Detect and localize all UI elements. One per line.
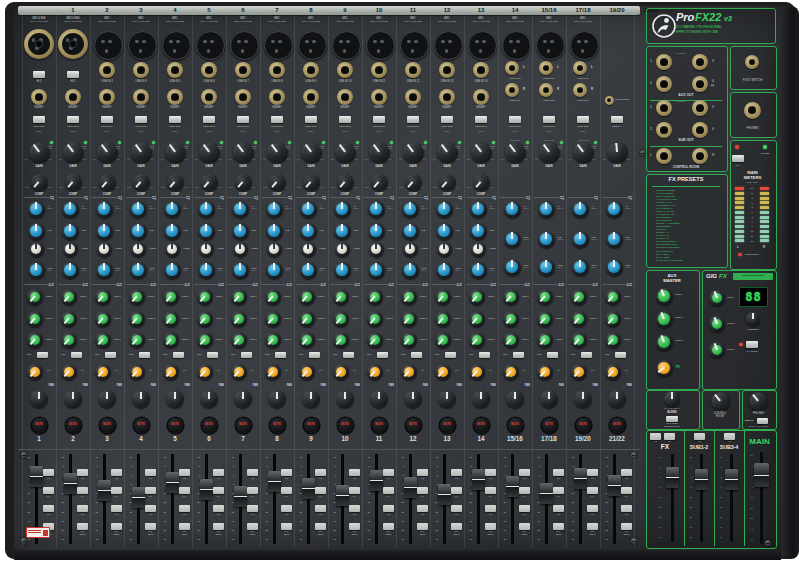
assign-button-L-R[interactable] (213, 505, 224, 512)
eq-mid-knob[interactable] (606, 231, 623, 248)
fader-track[interactable] (69, 454, 72, 544)
pan-knob[interactable] (302, 390, 320, 408)
pan-knob[interactable] (574, 390, 592, 408)
phones-knob[interactable] (749, 392, 768, 411)
assign-button-L-R[interactable] (519, 505, 530, 512)
assign-button-L-R[interactable] (315, 505, 326, 512)
eq-mid-knob[interactable] (368, 223, 385, 240)
pfl-solo-button[interactable] (383, 523, 394, 530)
mon1-knob[interactable] (503, 289, 519, 305)
pre-switch[interactable] (173, 352, 184, 358)
eq-low-knob[interactable] (300, 262, 317, 279)
pan-knob[interactable] (98, 390, 116, 408)
pre-switch[interactable] (207, 352, 218, 358)
assign-button-1-2[interactable] (179, 469, 190, 476)
eq-freq-knob[interactable] (335, 242, 350, 257)
eq-low-knob[interactable] (504, 259, 521, 276)
eq-mid-knob[interactable] (470, 223, 487, 240)
assign-button-L-R[interactable] (485, 505, 496, 512)
mon1-knob[interactable] (197, 289, 213, 305)
aux-master-mon2-knob[interactable] (656, 311, 673, 328)
eq-freq-knob[interactable] (301, 242, 316, 257)
pfl-solo-button[interactable] (417, 523, 428, 530)
mon1-knob[interactable] (61, 289, 77, 305)
mon1-knob[interactable] (435, 289, 451, 305)
pan-knob[interactable] (438, 390, 456, 408)
mute-button[interactable]: MUTE (270, 418, 285, 433)
mon2-knob[interactable] (27, 311, 43, 327)
mon1-knob[interactable] (401, 289, 417, 305)
low-cut-switch[interactable] (203, 116, 215, 123)
eq-freq-knob[interactable] (29, 242, 44, 257)
assign-button-L-R[interactable] (179, 505, 190, 512)
fx-send-knob[interactable] (435, 364, 451, 380)
assign-button-1-2[interactable] (519, 469, 530, 476)
eq-low-knob[interactable] (538, 259, 555, 276)
eq-low-knob[interactable] (606, 259, 623, 276)
low-cut-switch[interactable] (135, 116, 147, 123)
assign-button-L-R[interactable] (621, 505, 632, 512)
pre-switch[interactable] (581, 352, 592, 358)
pfl-solo-button[interactable] (621, 523, 632, 530)
assign-button-L-R[interactable] (145, 505, 156, 512)
fader-track[interactable] (477, 454, 480, 544)
eq-freq-knob[interactable] (97, 242, 112, 257)
pan-knob[interactable] (608, 390, 626, 408)
mon3-knob[interactable] (367, 332, 383, 348)
pre-switch[interactable] (615, 352, 626, 358)
pre-switch[interactable] (479, 352, 490, 358)
assign-button-1-2[interactable] (281, 469, 292, 476)
assign-button-1-2[interactable] (621, 469, 632, 476)
pfl-solo-button[interactable] (145, 523, 156, 530)
fx-send-knob[interactable] (605, 364, 621, 380)
pfl-solo-button[interactable] (77, 523, 88, 530)
eq-freq-knob[interactable] (199, 242, 214, 257)
mon1-knob[interactable] (265, 289, 281, 305)
eq-low-knob[interactable] (470, 262, 487, 279)
mute-button[interactable]: MUTE (236, 418, 251, 433)
eq-hi-knob[interactable] (572, 201, 589, 218)
assign-button-3-4[interactable] (315, 487, 326, 494)
comp-knob[interactable] (269, 174, 286, 191)
pan-knob[interactable] (336, 390, 354, 408)
eq-hi-knob[interactable] (470, 201, 487, 218)
mon3-knob[interactable] (163, 332, 179, 348)
eq-mid-knob[interactable] (300, 223, 317, 240)
assign-button-L-R[interactable] (349, 505, 360, 512)
pre-switch[interactable] (411, 352, 422, 358)
comp-knob[interactable] (201, 174, 218, 191)
eq-hi-knob[interactable] (436, 201, 453, 218)
mon2-knob[interactable] (571, 311, 587, 327)
eq-mid-knob[interactable] (504, 231, 521, 248)
eq-freq-knob[interactable] (131, 242, 146, 257)
mute-button[interactable]: MUTE (304, 418, 319, 433)
mon3-knob[interactable] (129, 332, 145, 348)
fx-send-knob[interactable] (299, 364, 315, 380)
assign-button-1-2[interactable] (213, 469, 224, 476)
mon2-knob[interactable] (95, 311, 111, 327)
assign-button-3-4[interactable] (213, 487, 224, 494)
eq-hi-knob[interactable] (62, 201, 79, 218)
eq-mid-knob[interactable] (334, 223, 351, 240)
pan-knob[interactable] (472, 390, 490, 408)
eq-low-knob[interactable] (28, 262, 45, 279)
pan-knob[interactable] (132, 390, 150, 408)
mute-button[interactable]: MUTE (32, 418, 47, 433)
eq-low-knob[interactable] (334, 262, 351, 279)
assign-button-1-2[interactable] (43, 469, 54, 476)
fx-send-knob[interactable] (333, 364, 349, 380)
gigfx-mon2-knob[interactable] (709, 316, 725, 332)
mon2-knob[interactable] (129, 311, 145, 327)
pre-switch[interactable] (343, 352, 354, 358)
sub12-assign-lr-button[interactable] (694, 433, 705, 440)
pre-switch[interactable] (275, 352, 286, 358)
eq-mid-knob[interactable] (28, 223, 45, 240)
eq-hi-knob[interactable] (300, 201, 317, 218)
fx-send-knob[interactable] (537, 364, 553, 380)
control-room-knob[interactable] (711, 392, 730, 411)
eq-hi-knob[interactable] (368, 201, 385, 218)
assign-button-1-2[interactable] (485, 469, 496, 476)
blend-knob[interactable] (664, 391, 680, 407)
assign-button-3-4[interactable] (281, 487, 292, 494)
pfl-solo-button[interactable] (179, 523, 190, 530)
